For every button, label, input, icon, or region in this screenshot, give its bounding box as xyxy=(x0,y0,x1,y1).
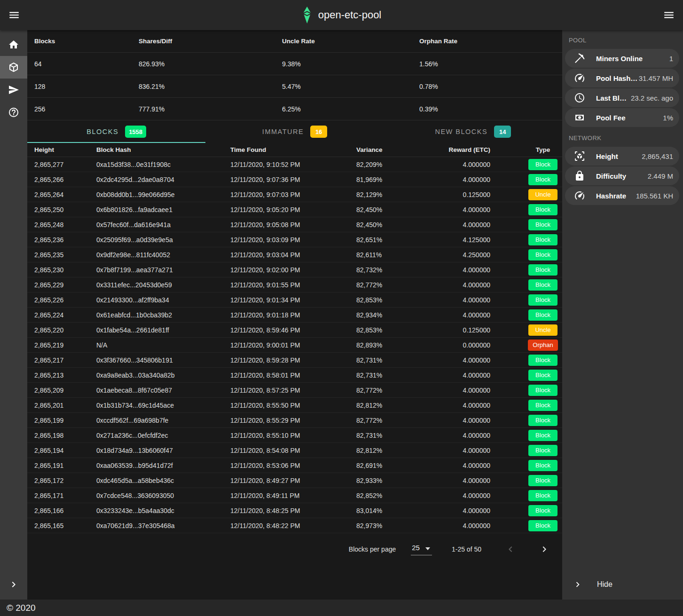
cell-height: 2,865,201 xyxy=(27,402,96,409)
type-chip: Block xyxy=(528,385,557,396)
cell-time-found: 12/11/2020, 9:10:52 PM xyxy=(230,161,356,168)
nav-home-icon[interactable] xyxy=(0,33,27,56)
type-chip: Block xyxy=(528,490,557,501)
type-chip: Block xyxy=(528,415,557,426)
table-row: 2,865,250 0x6b801826...fa9adcaee1 12/11/… xyxy=(27,202,562,217)
cell-variance: 82,853% xyxy=(356,326,444,334)
cell-height: 2,865,250 xyxy=(27,206,96,213)
col-block-hash: Block Hash xyxy=(96,146,230,153)
chevron-right-icon xyxy=(573,579,583,590)
stats-row: 256 777.91% 6.25% 0.39% xyxy=(27,98,562,120)
cell-height: 2,865,236 xyxy=(27,236,96,244)
cell-height: 2,865,209 xyxy=(27,387,96,394)
cell-block-hash: 0x1b31b734...69c1d45ace xyxy=(96,402,230,409)
hide-sidebar-button[interactable]: Hide xyxy=(562,573,683,596)
table-row: 2,865,172 0xdc465d5a...a58beb436c 12/11/… xyxy=(27,473,562,488)
cell-variance: 82,772% xyxy=(356,281,444,289)
type-chip: Block xyxy=(528,355,557,366)
cell-reward: 4.000000 xyxy=(444,206,497,213)
active-tab-underline xyxy=(27,142,205,143)
cell-block-hash: 0x3233243e...b5a4aa30dc xyxy=(96,507,230,514)
cell-variance: 82,731% xyxy=(356,356,444,364)
cell-reward: 4.000000 xyxy=(444,176,497,183)
blocks-count-badge: 1558 xyxy=(125,126,146,138)
stats-sidebar: POOL Miners Online 1 Pool Hashrate 31.45… xyxy=(562,30,683,600)
table-row: 2,865,235 0x9df2e98e...811fc40052 12/11/… xyxy=(27,247,562,262)
tab-blocks[interactable]: BLOCKS1558 xyxy=(27,120,205,143)
cell-variance: 82,731% xyxy=(356,432,444,439)
cell-height: 2,865,172 xyxy=(27,477,96,484)
cell-variance: 82,973% xyxy=(356,522,444,529)
tab-immature[interactable]: IMMATURE16 xyxy=(205,120,384,143)
table-row: 2,865,220 0x1fabe54a...2661de81ff 12/11/… xyxy=(27,323,562,338)
table-row: 2,865,226 0x21493300...af2ff9ba34 12/11/… xyxy=(27,292,562,308)
cell-reward: 4.000000 xyxy=(444,281,497,289)
type-chip: Block xyxy=(528,204,557,215)
pagination: Blocks per page 25 1-25 of 50 xyxy=(27,541,562,558)
cell-reward: 4.000000 xyxy=(444,356,497,364)
cell-variance: 82,731% xyxy=(356,371,444,379)
cell-reward: 4.000000 xyxy=(444,477,497,484)
table-row: 2,865,166 0x3233243e...b5a4aa30dc 12/11/… xyxy=(27,503,562,518)
cell-time-found: 12/11/2020, 8:59:28 PM xyxy=(230,356,356,364)
stat-card: Last Block Fo… 23.2 sec. ago xyxy=(565,88,679,107)
table-row: 2,865,230 0x7b8f7199...aea377a271 12/11/… xyxy=(27,262,562,277)
cell-variance: 82,450% xyxy=(356,221,444,229)
cell-reward: 4.000000 xyxy=(444,402,497,409)
nav-payments-icon[interactable] xyxy=(0,79,27,101)
main-content: Blocks Shares/Diff Uncle Rate Orphan Rat… xyxy=(27,30,562,600)
cell-reward: 4.125000 xyxy=(444,236,497,244)
cell-time-found: 12/11/2020, 8:48:25 PM xyxy=(230,507,356,514)
cell-reward: 0.000000 xyxy=(444,341,497,349)
page-size-select[interactable]: 25 xyxy=(411,544,432,555)
cell-time-found: 12/11/2020, 8:49:27 PM xyxy=(230,477,356,484)
footer: © 2020 xyxy=(0,600,683,616)
nav-blocks-icon[interactable] xyxy=(0,56,27,79)
menu-icon[interactable] xyxy=(5,6,23,24)
cell-height: 2,865,165 xyxy=(27,522,96,529)
cell-block-hash: 0x25095f69...a0d39e9e5a xyxy=(96,236,230,244)
stat-card: Height 2,865,431 xyxy=(565,147,679,166)
cell-time-found: 12/11/2020, 9:07:36 PM xyxy=(230,176,356,183)
sidebar-sections: POOL Miners Online 1 Pool Hashrate 31.45… xyxy=(562,30,683,205)
table-row: 2,865,198 0x271a236c...0efcfdf2ec 12/11/… xyxy=(27,428,562,443)
cell-height: 2,865,194 xyxy=(27,447,96,454)
col-variance: Variance xyxy=(356,146,444,153)
type-chip: Block xyxy=(528,505,557,516)
app-title: open-etc-pool xyxy=(318,9,382,21)
expand-rail-chevron-icon[interactable] xyxy=(0,573,27,596)
table-row: 2,865,224 0x61eabfcd...1b0cba39b2 12/11/… xyxy=(27,308,562,323)
cell-time-found: 12/11/2020, 8:55:10 PM xyxy=(230,432,356,439)
right-menu-icon[interactable] xyxy=(660,6,678,24)
cell-block-hash: 0x6b801826...fa9adcaee1 xyxy=(96,206,230,213)
table-row: 2,865,201 0x1b31b734...69c1d45ace 12/11/… xyxy=(27,398,562,413)
cell-variance: 82,209% xyxy=(356,161,444,168)
cell-variance: 82,611% xyxy=(356,251,444,259)
cell-time-found: 12/11/2020, 9:02:00 PM xyxy=(230,266,356,274)
cell-variance: 83,014% xyxy=(356,507,444,514)
cell-block-hash: 0xa9a8eab3...03a340a82b xyxy=(96,371,230,379)
nav-help-icon[interactable] xyxy=(0,101,27,124)
blocks-table-header: Height Block Hash Time Found Variance Re… xyxy=(27,143,562,157)
cell-height: 2,865,213 xyxy=(27,371,96,379)
table-row: 2,865,199 0xccdf562f...69a698b7fe 12/11/… xyxy=(27,413,562,428)
cell-variance: 82,450% xyxy=(356,206,444,213)
cell-height: 2,865,230 xyxy=(27,266,96,274)
type-chip: Block xyxy=(528,294,557,306)
cell-block-hash: 0x2dc4295d...2dae0a8704 xyxy=(96,176,230,183)
blocks-tabs: BLOCKS1558 IMMATURE16 NEW BLOCKS14 xyxy=(27,120,562,143)
cell-variance: 82,812% xyxy=(356,447,444,454)
cell-height: 2,865,220 xyxy=(27,326,96,334)
next-page-chevron-icon[interactable] xyxy=(536,541,553,558)
prev-page-chevron-icon[interactable] xyxy=(502,541,519,558)
cell-height: 2,865,217 xyxy=(27,356,96,364)
cell-reward: 4.000000 xyxy=(444,447,497,454)
table-row: 2,865,194 0x18d734a9...13b6060f47 12/11/… xyxy=(27,443,562,458)
cell-height: 2,865,219 xyxy=(27,341,96,349)
etc-logo-icon xyxy=(302,7,312,24)
section-title: NETWORK xyxy=(562,128,683,146)
type-chip: Block xyxy=(528,460,557,471)
tab-new-blocks[interactable]: NEW BLOCKS14 xyxy=(384,120,562,143)
cell-block-hash: 0x9df2e98e...811fc40052 xyxy=(96,251,230,259)
table-row: 2,865,171 0x7cdce548...3636093050 12/11/… xyxy=(27,488,562,503)
